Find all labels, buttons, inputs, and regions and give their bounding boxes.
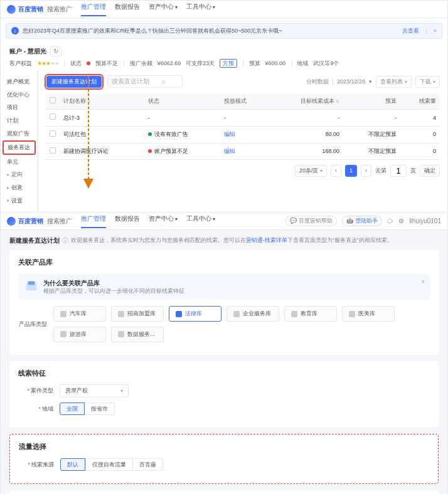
- table-header[interactable]: 计划名称⇅: [60, 93, 144, 110]
- sidebar-item[interactable]: 单元: [1, 155, 38, 169]
- segment-option[interactable]: 默认: [60, 458, 85, 471]
- sidebar-item[interactable]: 账户概览: [1, 75, 38, 88]
- edit-link[interactable]: 编辑: [224, 148, 235, 154]
- nav-item[interactable]: 工具中心 ▾: [186, 214, 215, 228]
- nav-item[interactable]: 数据报告: [115, 3, 140, 16]
- crumb-link[interactable]: 营销通-线索详单: [246, 237, 287, 243]
- assistant-chip[interactable]: 🤖 登陆助手: [342, 216, 382, 226]
- budget-note1: 可支撑23天: [186, 60, 215, 68]
- user-name[interactable]: lihuiyu0101: [409, 217, 441, 226]
- help-chip[interactable]: 💬 百度营销帮助: [285, 216, 337, 226]
- refresh-button[interactable]: ↻: [50, 46, 61, 56]
- lib-option[interactable]: 医美库: [342, 306, 395, 322]
- table-header[interactable]: 线索量: [400, 93, 440, 110]
- panel-cost-budget: 成本与预算 目标线索成本 元/线索 预算 不限自定义 ?: [9, 490, 439, 494]
- case-type-select[interactable]: 房屋产权▾: [60, 384, 129, 397]
- nav-item[interactable]: 资产中心 ▾: [149, 3, 178, 16]
- pagination: 20条/页 ▾ ‹ 1 › 去第 页 确定: [46, 165, 440, 177]
- page-next[interactable]: ›: [361, 165, 371, 177]
- plan-name-cell[interactable]: 新建协调医疗诉讼: [60, 143, 144, 160]
- page-current[interactable]: 1: [345, 165, 357, 177]
- table-header[interactable]: [46, 93, 60, 110]
- sidebar-item[interactable]: 观察广告: [1, 127, 38, 140]
- notice-close[interactable]: ×: [434, 27, 437, 35]
- search-placeholder: 搜索直达计划: [112, 77, 149, 86]
- segment-option[interactable]: 百青藤: [133, 458, 163, 471]
- account-name: 账户 - 慧朋光: [9, 47, 46, 56]
- bottom-screenshot: 百度营销 搜索推广 推广管理数据报告资产中心 ▾工具中心 ▾ 💬 百度营销帮助 …: [0, 213, 448, 494]
- region-segment: 全国按省市: [60, 402, 115, 416]
- lib-option[interactable]: 招商加盟库: [111, 306, 164, 322]
- edit-link[interactable]: 编辑: [224, 131, 235, 137]
- region-label: 地域: [18, 405, 53, 413]
- page-size-select[interactable]: 20条/页 ▾: [295, 165, 327, 177]
- region-value: 武汉等9个: [313, 60, 339, 68]
- brand-logo: 百度营销 搜索推广: [7, 5, 72, 14]
- status-label: 状态: [70, 60, 82, 68]
- budget-tag[interactable]: 方预: [220, 59, 237, 68]
- segment-option[interactable]: 仅搜自有流量: [85, 458, 133, 471]
- lib-option[interactable]: 企业服务库: [227, 306, 279, 322]
- platform-text: 搜索推广: [47, 217, 72, 226]
- notice-more-link[interactable]: 去查看: [402, 27, 419, 35]
- jump-input[interactable]: [390, 165, 407, 177]
- segment-option[interactable]: 按省市: [85, 402, 115, 416]
- sidebar-item[interactable]: ▸定向: [1, 168, 38, 181]
- panel-title: 线索特征: [18, 369, 430, 378]
- lib-option[interactable]: 旅游库: [53, 327, 106, 342]
- lead-source-label: 线索来源: [19, 461, 54, 469]
- nav-item[interactable]: 推广管理: [81, 3, 106, 16]
- row-checkbox[interactable]: [50, 113, 56, 120]
- info-close-icon[interactable]: ×: [421, 278, 425, 286]
- sidebar-item[interactable]: 计划: [1, 114, 38, 127]
- nav-item[interactable]: 推广管理: [81, 214, 106, 228]
- info-icon: i: [11, 27, 19, 34]
- table-header[interactable]: 预算: [343, 93, 400, 110]
- jump-confirm[interactable]: 确定: [420, 165, 440, 177]
- download-button[interactable]: 下载▾: [415, 76, 440, 88]
- new-plan-button[interactable]: 新建服务直达计划: [46, 76, 102, 88]
- sidebar-item[interactable]: ▸设置: [1, 194, 38, 208]
- nav-item[interactable]: 工具中心 ▾: [186, 3, 215, 16]
- table-row: 新建协调医疗诉讼账户预算不足编辑168.00不限定预算0: [46, 143, 440, 160]
- lib-type-label: 产品库类型: [18, 320, 47, 328]
- settings-icon[interactable]: ⚙: [398, 217, 404, 226]
- status-cell: 账户预算不足: [144, 143, 221, 160]
- lib-option[interactable]: 数据服务...: [111, 327, 164, 342]
- sidebar-item[interactable]: 服务直达: [3, 140, 36, 155]
- plan-search[interactable]: 搜索直达计划 ⌕: [107, 75, 183, 88]
- row-checkbox[interactable]: [50, 147, 56, 154]
- page-label: 页: [410, 167, 416, 175]
- table-header[interactable]: 状态: [144, 93, 221, 110]
- sidebar-item[interactable]: 优化中心: [1, 88, 38, 102]
- nav-item[interactable]: 资产中心 ▾: [149, 214, 178, 228]
- notify-icon[interactable]: ⧂: [387, 217, 393, 226]
- time-prefix[interactable]: 分时数据: [306, 78, 329, 86]
- sidebar-item[interactable]: ▸创意: [1, 181, 38, 194]
- new-plan-highlight: 新建服务直达计划: [46, 75, 102, 88]
- box-illustration-icon: [24, 279, 38, 293]
- plan-name-cell[interactable]: 司法红包: [60, 126, 144, 143]
- date-picker[interactable]: 2023/12/28: [337, 78, 365, 86]
- segment-option[interactable]: 全国: [60, 402, 85, 416]
- table-header[interactable]: 投放模式: [220, 93, 269, 110]
- view-columns-button[interactable]: 查看列表▾: [376, 76, 412, 88]
- lib-icon: [118, 311, 124, 317]
- nav-item[interactable]: 数据报告: [115, 214, 140, 228]
- plan-name-cell[interactable]: 总计-3: [60, 110, 144, 127]
- lib-icon: [349, 311, 355, 317]
- page-prev[interactable]: ‹: [331, 165, 341, 177]
- row-checkbox[interactable]: [50, 130, 56, 137]
- sidebar-item[interactable]: 项目: [1, 101, 38, 114]
- lib-option[interactable]: 汽车库: [53, 306, 106, 322]
- bottom-nav: 推广管理数据报告资产中心 ▾工具中心 ▾: [81, 214, 215, 228]
- platform-text: 搜索推广: [47, 5, 72, 14]
- lib-option[interactable]: 法律库: [169, 306, 221, 322]
- brand-text: 百度营销: [18, 217, 43, 226]
- notice-banner: i 您好2023年Q4百度搜索推广的效果和CR旺季是么？快抽出三分钟回答就有机会…: [6, 23, 442, 39]
- lib-option[interactable]: 教育库: [284, 306, 337, 322]
- brand-icon: [7, 217, 16, 226]
- lib-icon: [291, 311, 297, 317]
- panel-lead-feature: 线索特征 案件类型 房屋产权▾ 地域 全国按省市: [9, 361, 439, 428]
- table-header[interactable]: 目标线索成本⇅: [269, 93, 343, 110]
